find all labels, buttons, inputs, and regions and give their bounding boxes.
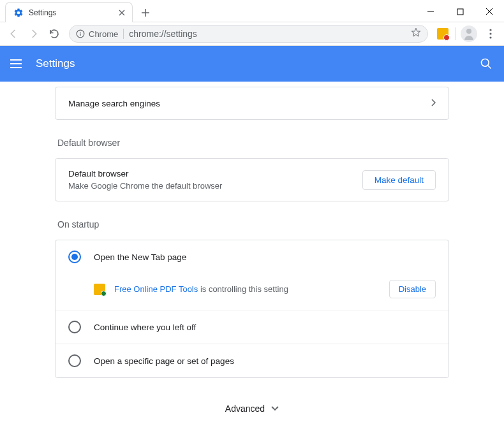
back-button[interactable] xyxy=(4,24,23,43)
site-info-icon[interactable]: Chrome xyxy=(76,29,118,39)
tab-close-button[interactable] xyxy=(117,8,127,18)
page-title: Settings xyxy=(36,57,478,70)
gear-icon xyxy=(13,8,24,18)
extension-notice-suffix: is controlling this setting xyxy=(198,284,288,294)
radio-button[interactable] xyxy=(68,354,81,367)
settings-content-scroll[interactable]: Manage search engines Default browser De… xyxy=(0,82,504,429)
settings-header: Settings xyxy=(0,46,504,82)
disable-extension-button[interactable]: Disable xyxy=(389,280,436,298)
extension-notice-row: Free Online PDF Tools is controlling thi… xyxy=(56,273,448,310)
maximize-button[interactable] xyxy=(445,1,475,22)
radio-button[interactable] xyxy=(68,251,81,263)
default-browser-row: Default browser Make Google Chrome the d… xyxy=(56,159,448,201)
svg-point-5 xyxy=(489,33,491,34)
reload-button[interactable] xyxy=(45,24,64,43)
kebab-menu-button[interactable] xyxy=(481,24,500,43)
row-label: Manage search engines xyxy=(68,99,431,108)
startup-option-specific-pages[interactable]: Open a specific page or set of pages xyxy=(56,344,448,377)
extension-notice-text: Free Online PDF Tools is controlling thi… xyxy=(114,284,380,294)
settings-content: Manage search engines Default browser De… xyxy=(55,87,449,429)
divider xyxy=(455,27,456,40)
make-default-button[interactable]: Make default xyxy=(362,170,436,190)
extension-chip-icon xyxy=(94,284,105,295)
divider xyxy=(123,29,124,39)
radio-button[interactable] xyxy=(68,321,81,333)
profile-avatar[interactable] xyxy=(461,25,477,42)
new-tab-button[interactable] xyxy=(137,4,154,22)
svg-point-4 xyxy=(489,29,491,31)
on-startup-card: Open the New Tab page Free Online PDF To… xyxy=(55,240,449,378)
url-text: chrome://settings xyxy=(129,29,406,39)
svg-rect-0 xyxy=(457,9,463,15)
chevron-right-icon xyxy=(431,98,436,109)
scheme-label: Chrome xyxy=(89,29,118,39)
close-window-button[interactable] xyxy=(475,1,504,22)
svg-point-6 xyxy=(489,36,491,38)
radio-label: Continue where you left off xyxy=(94,323,196,332)
tab-title: Settings xyxy=(29,8,117,17)
default-browser-section-title: Default browser xyxy=(57,138,449,148)
default-browser-title: Default browser xyxy=(68,169,362,178)
browser-toolbar: Chrome chrome://settings xyxy=(0,22,504,46)
address-bar[interactable]: Chrome chrome://settings xyxy=(69,25,428,43)
default-browser-subtitle: Make Google Chrome the default browser xyxy=(68,181,362,191)
manage-search-engines-row[interactable]: Manage search engines xyxy=(56,87,448,119)
extension-name-link[interactable]: Free Online PDF Tools xyxy=(114,284,198,294)
browser-tab[interactable]: Settings xyxy=(5,2,133,22)
default-browser-card: Default browser Make Google Chrome the d… xyxy=(55,158,449,201)
on-startup-section-title: On startup xyxy=(57,219,449,229)
startup-option-new-tab[interactable]: Open the New Tab page xyxy=(56,240,448,273)
menu-icon[interactable] xyxy=(10,56,26,71)
radio-label: Open the New Tab page xyxy=(94,252,186,262)
svg-rect-3 xyxy=(80,33,80,36)
extension-icon[interactable] xyxy=(437,28,448,40)
radio-label: Open a specific page or set of pages xyxy=(94,356,234,366)
window-controls xyxy=(416,1,504,22)
advanced-label: Advanced xyxy=(225,404,265,414)
svg-point-7 xyxy=(482,59,489,67)
window-titlebar: Settings xyxy=(0,0,504,22)
advanced-toggle[interactable]: Advanced xyxy=(55,404,449,414)
search-icon[interactable] xyxy=(478,56,494,71)
search-engines-card: Manage search engines xyxy=(55,87,449,120)
svg-point-2 xyxy=(80,32,81,33)
startup-option-continue[interactable]: Continue where you left off xyxy=(56,310,448,344)
chevron-down-icon xyxy=(271,406,279,411)
forward-button[interactable] xyxy=(24,24,43,43)
bookmark-star-icon[interactable] xyxy=(411,27,421,40)
minimize-button[interactable] xyxy=(416,1,445,22)
